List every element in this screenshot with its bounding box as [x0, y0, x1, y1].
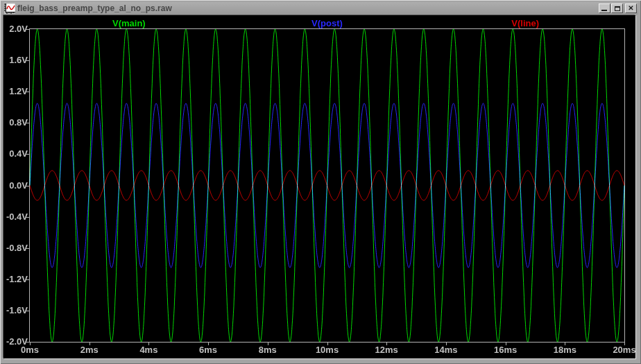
y-tick-label: 0.8V — [3, 118, 28, 128]
x-tick-label: 10ms — [316, 345, 339, 355]
y-tick-mark — [26, 311, 29, 311]
y-tick-mark — [26, 29, 29, 30]
x-tick-mark — [565, 343, 565, 345]
window-titlebar[interactable]: fleig_bass_preamp_type_al_no_ps.raw ✕ — [3, 2, 638, 15]
minimize-button[interactable] — [599, 3, 610, 13]
y-tick-label: 2.0V — [3, 24, 28, 34]
maximize-icon — [615, 6, 620, 11]
x-tick-mark — [446, 343, 447, 345]
window-title: fleig_bass_preamp_type_al_no_ps.raw — [17, 2, 596, 15]
x-tick-mark — [506, 343, 506, 345]
x-tick-label: 4ms — [139, 345, 157, 355]
y-tick-mark — [26, 217, 29, 218]
legend-V(post)[interactable]: V(post) — [311, 18, 343, 28]
y-tick-mark — [26, 123, 29, 123]
y-tick-mark — [26, 186, 29, 187]
y-tick-mark — [26, 60, 29, 61]
x-tick-label: 0ms — [21, 345, 39, 355]
x-tick-label: 6ms — [199, 345, 217, 355]
window-controls: ✕ — [598, 3, 637, 13]
app-window: fleig_bass_preamp_type_al_no_ps.raw ✕ V(… — [0, 0, 641, 364]
y-tick-label: -1.6V — [3, 306, 28, 315]
close-button[interactable]: ✕ — [625, 3, 637, 13]
x-tick-label: 12ms — [375, 345, 398, 355]
y-tick-mark — [26, 92, 29, 92]
y-tick-label: 1.2V — [3, 87, 28, 96]
x-tick-label: 20ms — [613, 345, 635, 355]
y-tick-label: -0.4V — [3, 212, 28, 222]
x-tick-mark — [148, 343, 149, 345]
y-tick-label: -0.8V — [3, 243, 28, 253]
x-tick-mark — [208, 343, 209, 345]
legend-V(line)[interactable]: V(line) — [511, 18, 539, 28]
x-tick-label: 16ms — [494, 345, 517, 355]
x-tick-mark — [30, 343, 31, 345]
x-tick-mark — [327, 343, 328, 345]
maximize-button[interactable] — [611, 3, 623, 13]
x-tick-label: 14ms — [434, 345, 457, 355]
x-tick-label: 8ms — [259, 345, 277, 355]
y-tick-mark — [26, 248, 29, 249]
trace-layer — [30, 29, 624, 342]
x-tick-label: 2ms — [80, 345, 99, 355]
y-tick-label: 0.4V — [3, 149, 28, 159]
waveform-app-icon — [4, 3, 15, 14]
legend-V(main)[interactable]: V(main) — [112, 18, 146, 28]
x-tick-mark — [386, 343, 387, 345]
x-tick-label: 18ms — [554, 345, 576, 355]
close-icon: ✕ — [628, 5, 633, 12]
x-tick-mark — [89, 343, 90, 345]
plot-pane[interactable]: V(main)V(post)V(line) 2.0V1.6V1.2V0.8V0.… — [3, 15, 635, 358]
x-tick-mark — [268, 343, 268, 345]
x-tick-mark — [624, 343, 625, 345]
minimize-icon — [601, 10, 607, 11]
y-tick-mark — [26, 342, 29, 343]
y-tick-mark — [26, 279, 29, 280]
y-tick-label: 1.6V — [3, 55, 28, 65]
y-tick-mark — [26, 154, 29, 155]
y-tick-label: -1.2V — [3, 275, 28, 284]
y-tick-label: 0.0V — [3, 181, 28, 191]
